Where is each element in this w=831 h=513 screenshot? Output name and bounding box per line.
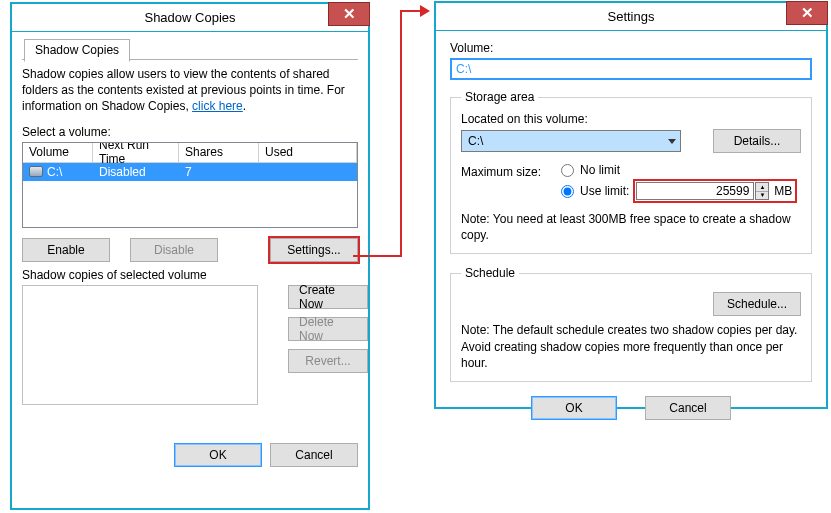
cancel-button[interactable]: Cancel — [270, 443, 358, 467]
tab-strip: Shadow Copies — [22, 38, 358, 60]
window-title: Settings — [436, 9, 826, 24]
table-row[interactable]: C:\ Disabled 7 — [23, 163, 357, 181]
volume-field[interactable]: C:\ — [450, 58, 812, 80]
schedule-note: Note: The default schedule creates two s… — [461, 322, 801, 371]
volume-label: Volume: — [450, 41, 812, 55]
maximum-size-label: Maximum size: — [461, 163, 541, 179]
settings-window: Settings ✕ Volume: C:\ Storage area Loca… — [434, 1, 828, 409]
copies-label: Shadow copies of selected volume — [22, 268, 358, 282]
storage-area-group: Storage area Located on this volume: C:\… — [450, 90, 812, 254]
window-title: Shadow Copies — [12, 10, 368, 25]
located-volume-combo[interactable]: C:\ — [461, 130, 681, 152]
titlebar: Shadow Copies ✕ — [12, 4, 368, 32]
schedule-group: Schedule Schedule... Note: The default s… — [450, 266, 812, 382]
close-button[interactable]: ✕ — [328, 2, 370, 26]
drive-icon — [29, 166, 43, 177]
titlebar: Settings ✕ — [436, 3, 826, 31]
located-label: Located on this volume: — [461, 112, 801, 126]
intro-text: Shadow copies allow users to view the co… — [22, 66, 358, 115]
schedule-legend: Schedule — [461, 266, 519, 280]
details-button[interactable]: Details... — [713, 129, 801, 153]
volume-button-row: Enable Disable Settings... — [22, 238, 358, 262]
column-header-used[interactable]: Used — [259, 143, 357, 163]
delete-now-button: Delete Now — [288, 317, 368, 341]
column-header-shares[interactable]: Shares — [179, 143, 259, 163]
no-limit-radio[interactable]: No limit — [561, 163, 795, 177]
storage-area-legend: Storage area — [461, 90, 538, 104]
use-limit-radio[interactable]: Use limit: — [561, 184, 629, 198]
dialog-button-row: OK Cancel — [22, 443, 358, 467]
close-icon: ✕ — [343, 5, 356, 23]
close-button[interactable]: ✕ — [786, 1, 828, 25]
copies-listbox[interactable] — [22, 285, 258, 405]
use-limit-spinner: ▲ ▼ MB — [635, 181, 795, 201]
disable-button: Disable — [130, 238, 218, 262]
cancel-button[interactable]: Cancel — [645, 396, 731, 420]
volume-table: Volume Next Run Time Shares Used C:\ Dis… — [22, 142, 358, 228]
limit-value-input[interactable] — [636, 182, 754, 200]
schedule-button[interactable]: Schedule... — [713, 292, 801, 316]
dialog-button-row: OK Cancel — [450, 396, 812, 420]
tab-shadow-copies[interactable]: Shadow Copies — [24, 39, 130, 62]
select-volume-label: Select a volume: — [22, 125, 358, 139]
close-icon: ✕ — [801, 4, 814, 22]
annotation-arrow — [400, 10, 402, 257]
annotation-arrow-head — [420, 5, 430, 17]
copies-side-buttons: Create Now Delete Now Revert... — [288, 285, 368, 373]
chevron-down-icon — [668, 139, 676, 144]
column-header-volume[interactable]: Volume — [23, 143, 93, 163]
click-here-link[interactable]: click here — [192, 99, 243, 113]
table-header: Volume Next Run Time Shares Used — [23, 143, 357, 163]
settings-button[interactable]: Settings... — [270, 238, 358, 262]
ok-button[interactable]: OK — [174, 443, 262, 467]
column-header-next-run[interactable]: Next Run Time — [93, 143, 179, 163]
spinner-down[interactable]: ▼ — [756, 192, 768, 200]
create-now-button[interactable]: Create Now — [288, 285, 368, 309]
revert-button: Revert... — [288, 349, 368, 373]
spinner-up[interactable]: ▲ — [756, 183, 768, 192]
storage-note: Note: You need at least 300MB free space… — [461, 211, 801, 243]
shadow-copies-window: Shadow Copies ✕ Shadow Copies Shadow cop… — [10, 2, 370, 510]
enable-button[interactable]: Enable — [22, 238, 110, 262]
ok-button[interactable]: OK — [531, 396, 617, 420]
copies-area: Create Now Delete Now Revert... — [22, 285, 358, 413]
annotation-arrow — [400, 10, 420, 12]
limit-unit: MB — [774, 184, 792, 198]
annotation-arrow — [353, 255, 402, 257]
spinner-buttons: ▲ ▼ — [755, 182, 769, 200]
